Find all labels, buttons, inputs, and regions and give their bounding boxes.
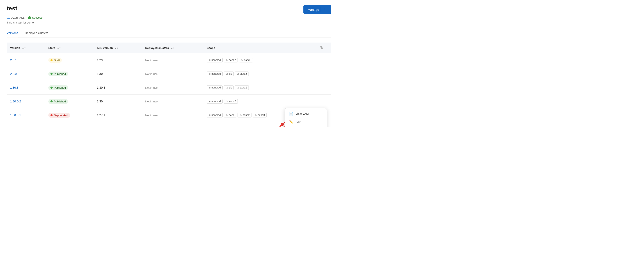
col-version[interactable]: Version ▲▼: [7, 43, 45, 53]
table-row: 1.30.3Published1.30.3Not in use⊞nonprod🗂…: [7, 81, 331, 95]
deployed-clusters-cell: Not in use: [142, 108, 204, 122]
version-link-2.0.0[interactable]: 2.0.0: [10, 72, 17, 76]
k8s-version-cell: 1.30: [94, 67, 142, 81]
folder-icon: 🗂: [237, 73, 239, 75]
menu-item-new-version[interactable]: ⎇ New version: [285, 126, 327, 127]
folder-icon: 🗂: [237, 86, 239, 89]
version-link-2.0.1[interactable]: 2.0.1: [10, 58, 17, 62]
status-badge: Published: [48, 99, 68, 104]
tab-deployed-clusters[interactable]: Deployed clusters: [25, 29, 48, 37]
version-link-1.30.3[interactable]: 1.30.3: [10, 86, 18, 89]
scope-cell: ⊞nonprod🗂sand2: [203, 95, 317, 108]
scope-tag: ⊞nonprod: [207, 113, 222, 117]
status-dot-published: [50, 87, 52, 89]
cloud-label: Azure AKS: [12, 16, 25, 19]
folder-icon: 🗂: [255, 114, 257, 116]
status-badge: Published: [48, 85, 68, 90]
scope-cell: ⊞nonprod🗂plt🗂sand2: [203, 81, 317, 95]
tabs-row: Versions Deployed clusters: [7, 29, 331, 38]
version-link-1.30.0-2[interactable]: 1.30.0-2: [10, 100, 21, 103]
menu-item-edit-label: Edit: [296, 120, 300, 124]
scope-tag: ⊞nonprod: [207, 72, 222, 76]
scope-tag: 🗂sand2: [224, 99, 238, 104]
success-label: Success: [32, 16, 42, 19]
scope-tag: 🗂sand3: [253, 113, 267, 117]
scope-tag: 🗂sand2: [238, 113, 252, 117]
cloud-badge: ☁ Azure AKS: [7, 16, 25, 20]
refresh-icon[interactable]: ↻: [320, 46, 323, 50]
context-menu: 📄 View YAML ✏️ Edit ⎇ New version ↩ Retu…: [285, 108, 327, 127]
table-row: 2.0.1Draft1.29Not in use⊞nonprod🗂sand2🗂s…: [7, 53, 331, 67]
menu-item-view-yaml-label: View YAML: [296, 112, 310, 115]
status-dot-published: [50, 73, 52, 75]
success-dot-icon: [28, 16, 31, 19]
row-menu-button-2.0.0[interactable]: ⋮: [320, 70, 328, 77]
grid-icon: ⊞: [208, 73, 210, 75]
manage-dots[interactable]: ⋮: [321, 7, 327, 12]
versions-table: Version ▲▼ State ▲▼ K8S version ▲▼ Deplo…: [7, 43, 331, 122]
folder-icon: 🗂: [226, 86, 228, 89]
deployed-sort-icon: ▲▼: [171, 47, 174, 49]
status-dot-published: [50, 100, 52, 102]
row-menu-button-1.30.0-2[interactable]: ⋮: [320, 98, 328, 105]
status-badge: Deprecated: [48, 113, 70, 118]
manage-button[interactable]: Manage ⋮: [304, 5, 331, 14]
status-badge: Published: [48, 72, 68, 76]
k8s-version-cell: 1.27.1: [94, 108, 142, 122]
col-k8s-version[interactable]: K8S version ▲▼: [94, 43, 142, 53]
state-sort-icon: ▲▼: [57, 47, 61, 49]
grid-icon: ⊞: [208, 59, 210, 62]
status-dot-deprecated: [50, 114, 52, 116]
deployed-clusters-cell: Not in use: [142, 81, 204, 95]
scope-tag: 🗂plt: [224, 85, 234, 90]
scope-tag: 🗂sand2: [224, 58, 238, 62]
scope-tag: ⊞nonprod: [207, 99, 222, 104]
menu-item-edit[interactable]: ✏️ Edit: [285, 118, 327, 126]
view-yaml-icon: 📄: [289, 112, 293, 116]
k8s-version-cell: 1.30: [94, 95, 142, 108]
folder-icon: 🗂: [240, 114, 242, 116]
scope-tag: 🗂sand3: [239, 58, 253, 62]
folder-icon: 🗂: [241, 59, 243, 61]
k8s-version-cell: 1.30.3: [94, 81, 142, 95]
edit-icon: ✏️: [289, 120, 293, 124]
grid-icon: ⊞: [208, 100, 210, 103]
row-menu-button-1.30.3[interactable]: ⋮: [320, 84, 328, 91]
scope-tag: ⊞nonprod: [207, 85, 222, 90]
scope-tag: 🗂sand: [224, 113, 236, 117]
deployed-clusters-cell: Not in use: [142, 67, 204, 81]
deployed-clusters-cell: Not in use: [142, 95, 204, 108]
grid-icon: ⊞: [208, 114, 210, 117]
folder-icon: 🗂: [226, 100, 228, 103]
col-scope[interactable]: Scope: [203, 43, 317, 53]
scope-tag: 🗂sand2: [235, 85, 249, 90]
scope-cell: ⊞nonprod🗂plt🗂sand2: [203, 67, 317, 81]
grid-icon: ⊞: [208, 86, 210, 89]
tab-versions[interactable]: Versions: [7, 29, 18, 37]
table-row: 2.0.0Published1.30Not in use⊞nonprod🗂plt…: [7, 67, 331, 81]
col-deployed-clusters[interactable]: Deployed clusters ▲▼: [142, 43, 204, 53]
scope-cell: ⊞nonprod🗂sand2🗂sand3: [203, 53, 317, 67]
version-sort-icon: ▲▼: [22, 47, 26, 49]
status-badge: Draft: [48, 58, 62, 63]
versions-table-container: Version ▲▼ State ▲▼ K8S version ▲▼ Deplo…: [7, 43, 331, 122]
meta-row: ☁ Azure AKS Success: [7, 16, 331, 20]
row-menu-button-2.0.1[interactable]: ⋮: [320, 57, 328, 63]
col-refresh: ↻: [317, 43, 331, 53]
description: This is a test for demo: [7, 21, 331, 24]
success-badge: Success: [28, 16, 42, 19]
version-link-1.30.0-1[interactable]: 1.30.0-1: [10, 113, 21, 117]
deployed-clusters-cell: Not in use: [142, 53, 204, 67]
scope-tag: 🗂plt: [224, 72, 234, 76]
folder-icon: 🗂: [226, 114, 228, 116]
folder-icon: 🗂: [226, 59, 228, 61]
folder-icon: 🗂: [226, 73, 228, 75]
table-header-row: Version ▲▼ State ▲▼ K8S version ▲▼ Deplo…: [7, 43, 331, 53]
cloud-icon: ☁: [7, 16, 10, 20]
status-dot-draft: [50, 59, 52, 61]
col-state[interactable]: State ▲▼: [45, 43, 94, 53]
scope-tag: ⊞nonprod: [207, 58, 222, 62]
menu-item-view-yaml[interactable]: 📄 View YAML: [285, 110, 327, 118]
page-title: test: [7, 5, 17, 12]
scope-tag: 🗂sand2: [235, 72, 249, 76]
